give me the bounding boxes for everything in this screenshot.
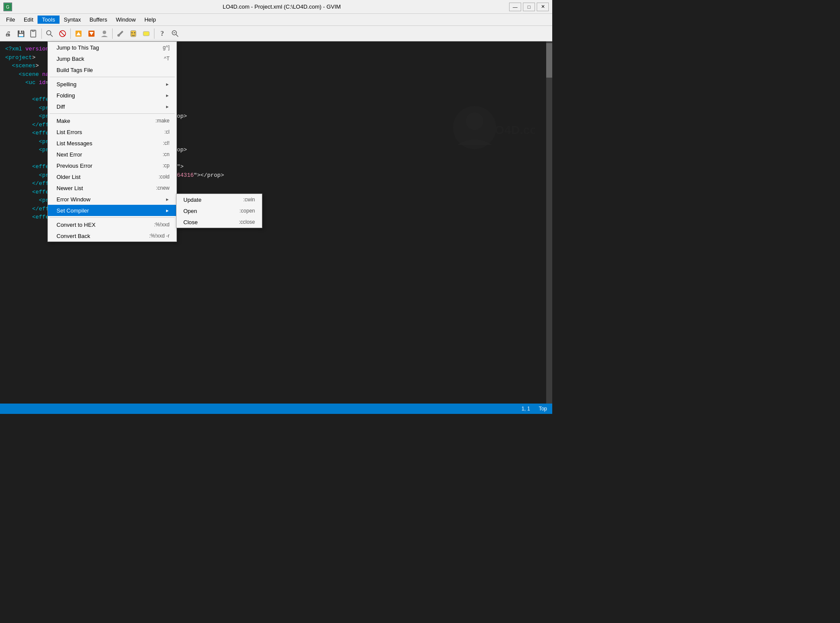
toolbar-clip[interactable]: [28, 28, 40, 40]
svg-rect-18: [143, 31, 149, 36]
sep-2: [50, 113, 175, 114]
toolbar-help[interactable]: ?: [156, 28, 168, 40]
menu-folding[interactable]: Folding ►: [48, 90, 176, 101]
window-title: LO4D.com - Project.xml (C:\LO4D.com) - G…: [15, 3, 549, 10]
menu-newer-list[interactable]: Newer List :cnew: [48, 182, 176, 194]
menu-next-error[interactable]: Next Error :cn: [48, 149, 176, 160]
toolbar-sep2: [70, 28, 71, 39]
toolbar: 🖨 💾: [0, 26, 552, 41]
error-window-submenu: Update :cwin Open :copen Close :cclose: [176, 194, 262, 228]
svg-text:G: G: [6, 5, 9, 9]
toolbar-print[interactable]: 🖨: [2, 28, 14, 40]
tools-dropdown-menu: Jump to This Tag g^] Jump Back ^T Build …: [47, 41, 177, 242]
svg-point-16: [132, 32, 133, 33]
toolbar-sep1: [41, 28, 42, 39]
close-button[interactable]: ✕: [537, 3, 549, 11]
svg-point-14: [117, 34, 120, 37]
titlebar: G LO4D.com - Project.xml (C:\LO4D.com) -…: [0, 0, 552, 14]
sep-3: [50, 217, 175, 218]
menu-file[interactable]: File: [2, 16, 19, 24]
sep-1: [50, 77, 175, 77]
menu-list-messages[interactable]: List Messages :cl!: [48, 138, 176, 149]
menu-set-compiler[interactable]: Set Compiler ►: [48, 205, 176, 216]
svg-point-12: [103, 31, 106, 34]
window-controls: — □ ✕: [509, 3, 549, 11]
vertical-scrollbar[interactable]: [546, 41, 552, 404]
menu-buffers[interactable]: Buffers: [85, 16, 111, 24]
svg-line-5: [50, 34, 53, 37]
menu-jump-to-tag[interactable]: Jump to This Tag g^]: [48, 42, 176, 53]
svg-line-7: [60, 31, 65, 36]
menu-jump-back[interactable]: Jump Back ^T: [48, 53, 176, 64]
scroll-position: Top: [539, 406, 547, 412]
menu-window[interactable]: Window: [111, 16, 140, 24]
toolbar-save[interactable]: 💾: [15, 28, 27, 40]
menu-tools[interactable]: Tools: [38, 16, 59, 24]
menu-error-window[interactable]: Error Window ►: [48, 194, 176, 205]
scrollbar-thumb[interactable]: [546, 43, 552, 78]
svg-point-4: [47, 31, 51, 35]
minimize-button[interactable]: —: [509, 3, 521, 11]
toolbar-sep4: [154, 28, 154, 39]
maximize-button[interactable]: □: [523, 3, 535, 11]
menu-syntax[interactable]: Syntax: [60, 16, 85, 24]
submenu-close[interactable]: Close :cclose: [176, 216, 262, 228]
menu-help[interactable]: Help: [140, 16, 160, 24]
toolbar-no[interactable]: [57, 28, 69, 40]
menu-build-tags[interactable]: Build Tags File: [48, 64, 176, 75]
statusbar: 1, 1 Top: [0, 404, 552, 414]
toolbar-yellow[interactable]: [140, 28, 152, 40]
app-icon: G: [3, 3, 12, 11]
menu-prev-error[interactable]: Previous Error :cp: [48, 160, 176, 171]
menu-diff[interactable]: Diff ►: [48, 101, 176, 112]
menu-list-errors[interactable]: List Errors :cl: [48, 126, 176, 138]
toolbar-find[interactable]: [44, 28, 56, 40]
toolbar-search2[interactable]: [169, 28, 181, 40]
toolbar-user[interactable]: [98, 28, 110, 40]
menu-convert-back[interactable]: Convert Back :%!xxd -r: [48, 230, 176, 241]
menu-older-list[interactable]: Older List :cold: [48, 171, 176, 182]
svg-point-17: [134, 32, 135, 33]
menubar: File Edit Tools Syntax Buffers Window He…: [0, 14, 552, 26]
toolbar-sep3: [112, 28, 113, 39]
toolbar-up[interactable]: [72, 28, 85, 40]
menu-edit[interactable]: Edit: [19, 16, 38, 24]
toolbar-down[interactable]: [85, 28, 98, 40]
submenu-update[interactable]: Update :cwin: [176, 194, 262, 205]
menu-spelling[interactable]: Spelling ►: [48, 78, 176, 90]
toolbar-build[interactable]: [114, 28, 126, 40]
menu-make[interactable]: Make :make: [48, 115, 176, 126]
menu-convert-hex[interactable]: Convert to HEX :%!xxd: [48, 219, 176, 230]
svg-rect-3: [32, 30, 35, 31]
svg-line-20: [176, 34, 178, 37]
toolbar-debug[interactable]: [127, 28, 139, 40]
cursor-position: 1, 1: [522, 406, 530, 412]
submenu-open[interactable]: Open :copen: [176, 205, 262, 216]
